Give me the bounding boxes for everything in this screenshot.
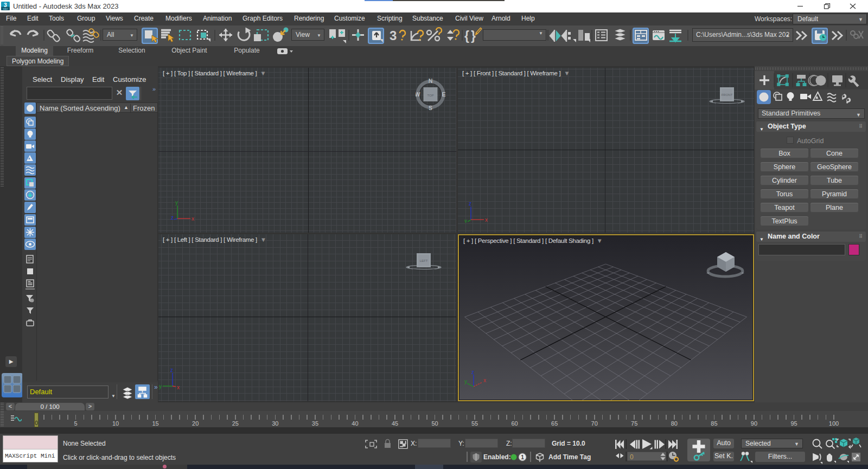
svg-text:z: z (469, 201, 471, 207)
svg-text:MAX: MAX (3, 8, 8, 10)
svg-text:x: x (177, 384, 180, 389)
svg-text:E: E (442, 91, 445, 98)
svg-text:y: y (159, 383, 162, 389)
svg-text:y: y (175, 200, 178, 205)
svg-text:N: N (429, 79, 433, 84)
svg-text:W: W (416, 91, 420, 98)
svg-text:z: z (471, 370, 474, 375)
svg-text:x: x (485, 217, 488, 223)
svg-text:z: z (170, 367, 173, 373)
svg-text:}: } (471, 29, 476, 43)
svg-text:1: 1 (521, 454, 524, 460)
svg-text:S: S (429, 105, 432, 111)
svg-text:0: 0 (630, 453, 634, 461)
svg-text:y: y (464, 218, 467, 223)
svg-text:{: { (464, 29, 469, 43)
svg-text:TOP: TOP (427, 94, 433, 97)
svg-text:x: x (483, 377, 486, 383)
svg-text:y: y (464, 378, 467, 384)
svg-text:LEFT: LEFT (420, 259, 428, 262)
svg-text:z: z (171, 215, 174, 221)
svg-text:x: x (192, 216, 194, 222)
svg-text:3: 3 (390, 28, 397, 43)
svg-text:FRONT: FRONT (722, 93, 733, 97)
